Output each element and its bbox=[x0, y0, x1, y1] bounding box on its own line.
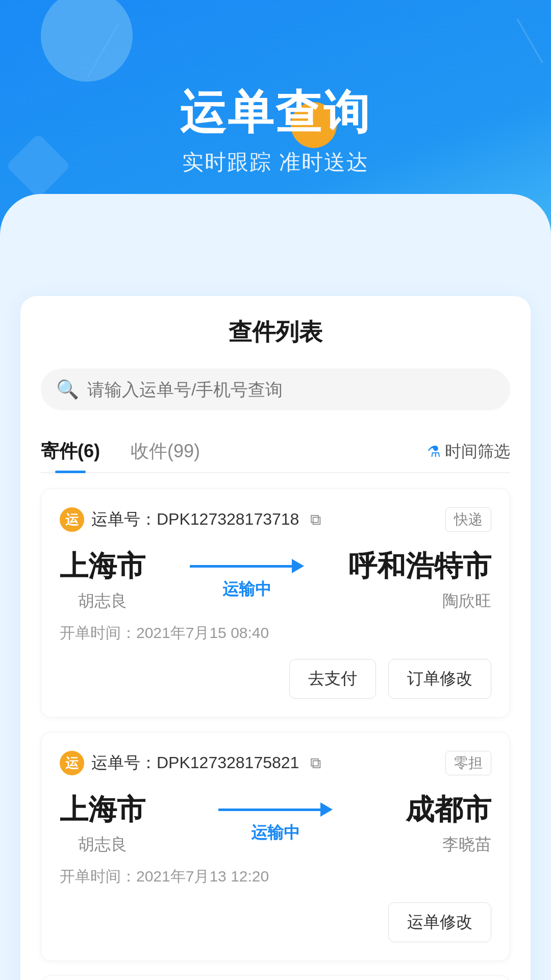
arrow-head-2 bbox=[320, 802, 333, 817]
modify-button-1[interactable]: 订单修改 bbox=[388, 659, 491, 699]
arrow-2 bbox=[218, 802, 333, 817]
route-row-1: 上海市 胡志良 运输中 呼和浩特市 陶欣旺 bbox=[60, 547, 491, 612]
order-card-3: 运 运单号：DPK127328178912 ⧉ 快递 bbox=[41, 975, 510, 980]
main-content: 查件列表 🔍 寄件(6) 收件(99) ⚗ 时间筛选 运 运单号：DPK1273… bbox=[0, 296, 551, 980]
order-number-2: 运单号：DPK127328175821 bbox=[91, 752, 299, 774]
arrow-body-2 bbox=[218, 808, 320, 811]
order-actions-2: 运单修改 bbox=[60, 902, 491, 942]
order-card-2: 运 运单号：DPK127328175821 ⧉ 零担 上海市 胡志良 bbox=[41, 732, 510, 961]
order-header-left-2: 运 运单号：DPK127328175821 ⧉ bbox=[60, 751, 321, 775]
tab-receive[interactable]: 收件(99) bbox=[131, 431, 200, 472]
copy-icon-2[interactable]: ⧉ bbox=[310, 754, 321, 772]
wave-decoration bbox=[0, 194, 551, 296]
order-icon-1: 运 bbox=[60, 507, 84, 532]
filter-button[interactable]: ⚗ 时间筛选 bbox=[427, 440, 510, 463]
order-type-1: 快递 bbox=[445, 507, 491, 532]
filter-icon: ⚗ bbox=[427, 443, 441, 460]
from-person-1: 胡志良 bbox=[60, 590, 145, 612]
order-actions-1: 去支付 订单修改 bbox=[60, 659, 491, 699]
header-subtitle: 实时跟踪 准时送达 bbox=[0, 148, 551, 177]
from-city-1: 上海市 bbox=[60, 547, 145, 586]
tabs-row: 寄件(6) 收件(99) ⚗ 时间筛选 bbox=[41, 431, 510, 473]
deco-circle-top bbox=[41, 0, 133, 82]
card-container: 查件列表 🔍 寄件(6) 收件(99) ⚗ 时间筛选 运 运单号：DPK1273… bbox=[20, 296, 531, 980]
from-city-2: 上海市 bbox=[60, 791, 145, 829]
to-city-1: 呼和浩特市 bbox=[348, 547, 491, 586]
modify-button-2[interactable]: 运单修改 bbox=[388, 902, 491, 942]
search-input[interactable] bbox=[87, 380, 495, 400]
order-type-2: 零担 bbox=[445, 751, 491, 775]
page-title: 运单查询 bbox=[0, 82, 551, 144]
copy-icon-1[interactable]: ⧉ bbox=[310, 511, 321, 529]
to-city-block-1: 呼和浩特市 陶欣旺 bbox=[348, 547, 491, 612]
arrow-body-1 bbox=[190, 565, 292, 568]
arrow-1 bbox=[190, 559, 304, 573]
from-city-block-2: 上海市 胡志良 bbox=[60, 791, 145, 856]
order-card-1: 运 运单号：DPK127328173718 ⧉ 快递 上海市 胡志良 bbox=[41, 488, 510, 718]
arrow-head-1 bbox=[292, 559, 304, 573]
order-time-2: 开单时间：2021年7月13 12:20 bbox=[60, 866, 491, 887]
pay-button-1[interactable]: 去支付 bbox=[289, 659, 376, 699]
to-person-1: 陶欣旺 bbox=[348, 590, 491, 612]
card-title: 查件列表 bbox=[41, 316, 510, 348]
from-city-block-1: 上海市 胡志良 bbox=[60, 547, 145, 612]
route-row-2: 上海市 胡志良 运输中 成都市 李晓苗 bbox=[60, 791, 491, 856]
order-header-2: 运 运单号：DPK127328175821 ⧉ 零担 bbox=[60, 751, 491, 775]
order-icon-2: 运 bbox=[60, 751, 84, 775]
from-person-2: 胡志良 bbox=[60, 834, 145, 856]
tab-send[interactable]: 寄件(6) bbox=[41, 431, 100, 472]
search-bar: 🔍 bbox=[41, 369, 510, 410]
order-time-1: 开单时间：2021年7月15 08:40 bbox=[60, 623, 491, 644]
route-middle-1: 运输中 bbox=[190, 559, 304, 601]
deco-line-top-right bbox=[516, 18, 543, 63]
search-icon: 🔍 bbox=[56, 379, 79, 400]
route-middle-2: 运输中 bbox=[218, 802, 333, 844]
header-background: 运单查询 实时跟踪 准时送达 bbox=[0, 0, 551, 296]
to-city-block-2: 成都市 李晓苗 bbox=[406, 791, 491, 856]
order-header-left-1: 运 运单号：DPK127328173718 ⧉ bbox=[60, 507, 321, 532]
status-1: 运输中 bbox=[222, 578, 271, 601]
order-number-1: 运单号：DPK127328173718 bbox=[91, 508, 299, 531]
header-title-block: 运单查询 bbox=[0, 82, 551, 144]
filter-label: 时间筛选 bbox=[445, 440, 510, 463]
status-2: 运输中 bbox=[251, 822, 300, 844]
order-header-1: 运 运单号：DPK127328173718 ⧉ 快递 bbox=[60, 507, 491, 532]
to-city-2: 成都市 bbox=[406, 791, 491, 829]
to-person-2: 李晓苗 bbox=[406, 834, 491, 856]
